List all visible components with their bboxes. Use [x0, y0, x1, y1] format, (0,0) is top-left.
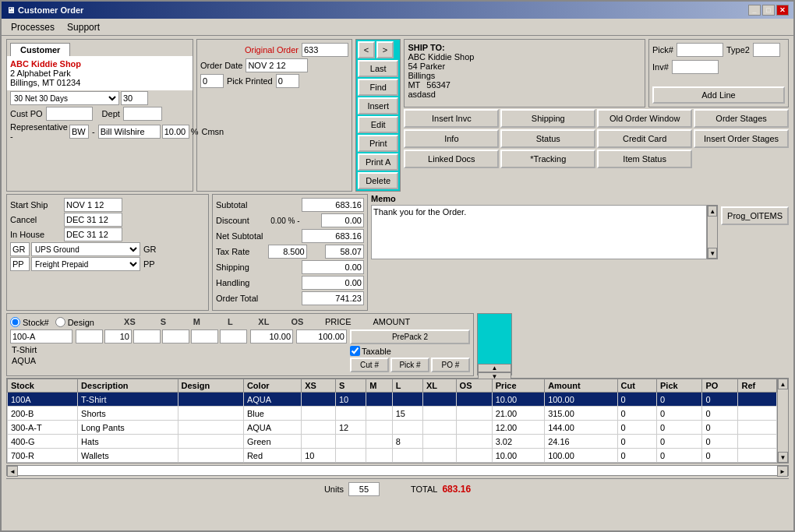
close-button[interactable]: ✕: [776, 5, 789, 16]
m-qty-input[interactable]: [133, 329, 161, 344]
order-stages-button[interactable]: Order Stages: [694, 109, 789, 128]
rep-separator: -: [90, 127, 97, 136]
design-radio-label[interactable]: Design: [55, 317, 94, 327]
tracking-button[interactable]: *Tracking: [500, 150, 595, 168]
table-row[interactable]: 100AT-ShirtAQUA1010.00100.00000: [8, 393, 777, 407]
cust-po-input[interactable]: [46, 107, 93, 121]
pick-printed-input[interactable]: [276, 74, 299, 88]
insert-invc-button[interactable]: Insert Invc: [404, 109, 499, 128]
tax-rate-input[interactable]: [268, 245, 307, 259]
table-scroll-up[interactable]: ▲: [778, 379, 788, 389]
rep-name-input[interactable]: [98, 125, 161, 139]
th-l: L: [392, 379, 422, 393]
table-row[interactable]: 300-A-TLong PantsAQUA1212.00144.00000: [8, 421, 777, 435]
net-subtotal-input[interactable]: [302, 229, 364, 243]
pick-item-button[interactable]: Pick #: [390, 358, 429, 372]
scroll-down-btn[interactable]: ▼: [708, 248, 717, 259]
tax-amount-input[interactable]: [325, 245, 364, 259]
desc-display: T-Shirt: [10, 345, 72, 354]
last-button[interactable]: Last: [358, 60, 398, 77]
shipping-code-input[interactable]: [10, 242, 30, 256]
xl-qty-input[interactable]: [191, 329, 218, 344]
print-button[interactable]: Print: [358, 135, 398, 152]
original-order-input[interactable]: [302, 43, 348, 57]
customer-tab[interactable]: Customer: [10, 43, 70, 56]
cyan-scroll-up[interactable]: ▲: [478, 364, 511, 372]
shipping-input[interactable]: [302, 260, 364, 274]
info-button[interactable]: Info: [404, 129, 499, 148]
freight-code-input[interactable]: [10, 257, 30, 271]
subtotal-label: Subtotal: [216, 200, 247, 210]
menu-support[interactable]: Support: [61, 20, 106, 34]
maximize-button[interactable]: □: [762, 5, 775, 16]
os-qty-input[interactable]: [220, 329, 247, 344]
linked-docs-button[interactable]: Linked Docs: [404, 150, 499, 168]
amount-input[interactable]: [296, 329, 347, 344]
find-button[interactable]: Find: [358, 79, 398, 96]
cancel-label: Cancel: [10, 215, 61, 224]
field0-input[interactable]: [200, 74, 224, 88]
scroll-track: [708, 217, 717, 248]
design-radio-text: Design: [68, 318, 94, 327]
l-qty-input[interactable]: [162, 329, 189, 344]
insert-order-stages-button[interactable]: Insert Order Stages: [694, 129, 789, 148]
status-button[interactable]: Status: [500, 129, 595, 148]
design-radio[interactable]: [55, 317, 65, 327]
order-date-input[interactable]: [246, 58, 308, 72]
cut-button[interactable]: Cut #: [350, 358, 389, 372]
stock-input[interactable]: [10, 329, 72, 344]
subtotal-input[interactable]: [302, 198, 364, 212]
table-row[interactable]: 700-RWalletsRed1010.00100.00000: [8, 449, 777, 463]
pick-input[interactable]: [677, 43, 723, 57]
rep-code1-input[interactable]: [69, 125, 89, 139]
memo-textarea[interactable]: Thank you for the Order.: [371, 205, 707, 259]
add-line-button[interactable]: Add Line: [652, 86, 785, 104]
th-cut: Cut: [617, 379, 656, 393]
start-ship-input[interactable]: [64, 198, 122, 212]
menu-processes[interactable]: Processes: [5, 20, 61, 34]
handling-input[interactable]: [302, 276, 364, 290]
xs-qty-input[interactable]: [76, 329, 103, 344]
rep-percent-input[interactable]: [162, 125, 189, 139]
credit-card-button[interactable]: Credit Card: [597, 129, 692, 148]
next-button[interactable]: >: [376, 41, 394, 58]
order-total-input[interactable]: [302, 291, 364, 305]
terms-select[interactable]: 30 Net 30 Days: [10, 91, 119, 105]
edit-button[interactable]: Edit: [358, 116, 398, 133]
prev-button[interactable]: <: [358, 41, 375, 58]
dept-input[interactable]: [123, 107, 162, 121]
scroll-up-btn[interactable]: ▲: [708, 206, 717, 217]
memo-section: Memo Thank you for the Order. ▲ ▼ Prog_O…: [371, 194, 789, 311]
stock-radio[interactable]: [10, 317, 20, 327]
terms-input[interactable]: [121, 91, 148, 105]
h-scroll-right[interactable]: ►: [777, 466, 788, 477]
item-status-button[interactable]: Item Status: [597, 150, 692, 168]
table-row[interactable]: 200-BShortsBlue1521.00315.00000: [8, 407, 777, 421]
table-row[interactable]: 400-GHatsGreen83.0224.16000: [8, 435, 777, 449]
minimize-button[interactable]: _: [748, 5, 761, 16]
delete-button[interactable]: Delete: [358, 172, 398, 189]
th-stock: Stock: [8, 379, 78, 393]
stock-radio-label[interactable]: Stock#: [10, 317, 49, 327]
type2-input[interactable]: [753, 43, 780, 57]
h-scroll-left[interactable]: ◄: [7, 466, 18, 477]
in-house-input[interactable]: [64, 227, 122, 241]
s-qty-input[interactable]: [104, 329, 132, 344]
cancel-input[interactable]: [64, 213, 122, 227]
prog-oitems-button[interactable]: Prog_OlTEMS: [721, 206, 789, 225]
shipping-method-select[interactable]: UPS Ground: [31, 242, 140, 256]
discount-input[interactable]: [321, 213, 364, 227]
po-button[interactable]: PO #: [431, 358, 470, 372]
print-a-button[interactable]: Print A: [358, 153, 398, 171]
prepack-button[interactable]: PrePack 2: [350, 329, 470, 344]
table-scroll-down[interactable]: ▼: [778, 452, 788, 463]
insert-button[interactable]: Insert: [358, 97, 398, 115]
inv-input[interactable]: [672, 60, 719, 74]
units-input[interactable]: [348, 482, 380, 496]
customer-panel: Customer ABC Kiddie Shop 2 Alphabet Park…: [6, 39, 193, 192]
price-input[interactable]: [250, 329, 293, 344]
taxable-checkbox[interactable]: [350, 346, 360, 356]
freight-select[interactable]: Freight Prepaid: [31, 257, 140, 271]
shipping-button[interactable]: Shipping: [500, 109, 595, 128]
old-order-window-button[interactable]: Old Order Window: [597, 109, 692, 128]
